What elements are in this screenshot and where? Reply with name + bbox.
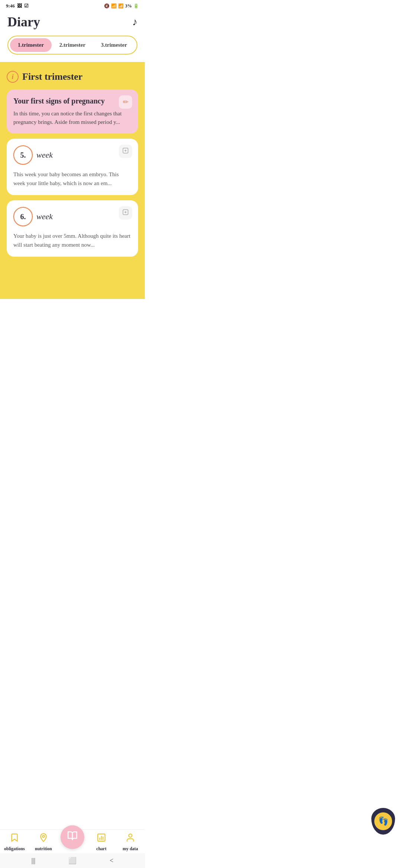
week-6-label: week (36, 212, 53, 221)
tab-1-trimester[interactable]: 1.trimester (10, 38, 52, 52)
photo-icon: 🖼 (17, 3, 22, 9)
page-title: Diary (7, 14, 40, 30)
week-5-header: 5. week (13, 145, 131, 165)
week-5-edit-button[interactable] (119, 145, 132, 158)
battery-text: 3% (125, 3, 132, 9)
checkbox-icon: ☑ (24, 3, 29, 9)
pink-pregnancy-card: Your first signs of pregnancy ✏ In this … (7, 89, 138, 134)
header: Diary ♪ (0, 10, 145, 36)
week-5-card: 5. week This week your baby becomes an e… (7, 139, 138, 195)
status-left: 9:46 🖼 ☑ (6, 3, 29, 9)
info-icon: i (7, 71, 19, 83)
pink-card-edit-button[interactable]: ✏ (119, 95, 132, 109)
pencil-icon: ✏ (123, 98, 128, 106)
tab-3-trimester[interactable]: 3.trimester (93, 38, 135, 52)
week-6-text: Your baby is just over 5mm. Although qui… (13, 231, 131, 249)
pink-card-title: Your first signs of pregnancy (13, 96, 131, 106)
tab-2-trimester[interactable]: 2.trimester (52, 38, 93, 52)
trimester-tabs-container: 1.trimester 2.trimester 3.trimester (0, 36, 145, 62)
section-heading: i First trimester (7, 71, 138, 83)
wifi-icon: 📶 (111, 3, 117, 9)
section-title: First trimester (22, 71, 82, 82)
week-6-card: 6. week Your baby is just over 5mm. Alth… (7, 200, 138, 257)
tabs-wrapper: 1.trimester 2.trimester 3.trimester (7, 36, 137, 55)
mute-icon: 🔇 (104, 3, 110, 9)
edit-icon (122, 147, 129, 156)
week-5-text: This week your baby becomes an embryo. T… (13, 170, 131, 188)
status-right: 🔇 📶 📶 3% 🔋 (104, 3, 139, 9)
yellow-section: i First trimester Your first signs of pr… (0, 62, 145, 299)
status-time: 9:46 (6, 3, 15, 9)
battery-icon: 🔋 (133, 3, 139, 9)
signal-icon: 📶 (118, 3, 124, 9)
week-6-edit-button[interactable] (119, 206, 132, 220)
status-bar: 9:46 🖼 ☑ 🔇 📶 📶 3% 🔋 (0, 0, 145, 10)
week-5-label: week (36, 150, 53, 160)
music-icon[interactable]: ♪ (132, 16, 137, 28)
pink-card-text: In this time, you can notice the first c… (13, 109, 131, 126)
week-6-badge: 6. (13, 207, 33, 226)
week-5-badge: 5. (13, 145, 33, 165)
week-6-header: 6. week (13, 207, 131, 226)
edit-icon-2 (122, 209, 129, 217)
